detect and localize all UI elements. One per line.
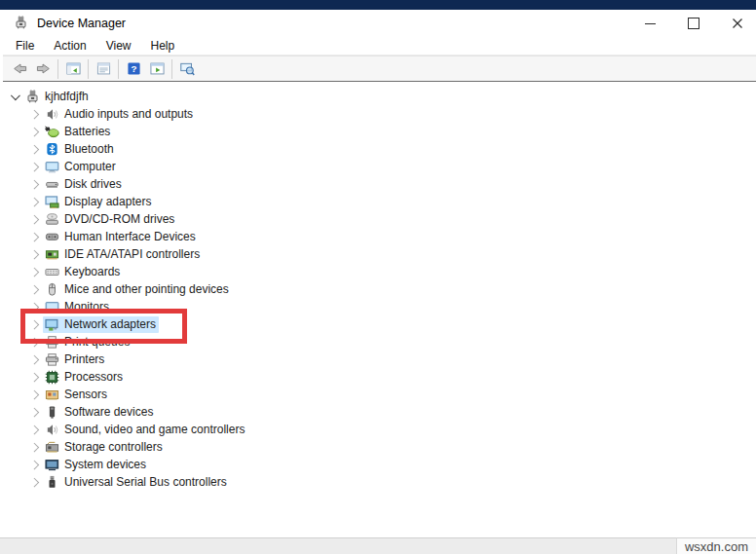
tree-item-label: Sensors <box>64 388 107 401</box>
tree-item-software-devices[interactable]: Software devices <box>3 403 756 421</box>
speaker-icon <box>45 107 59 122</box>
chevron-right-icon[interactable] <box>27 334 43 350</box>
chevron-right-icon[interactable] <box>27 159 43 174</box>
tree-item-sound-controllers[interactable]: Sound, video and game controllers <box>3 421 756 438</box>
help-icon: ? <box>127 61 141 76</box>
tree-item-keyboards[interactable]: Keyboards <box>3 263 756 280</box>
chevron-right-icon[interactable] <box>27 264 43 279</box>
tree-item-label: Audio inputs and outputs <box>64 107 193 121</box>
tree-item-display-adapters[interactable]: Display adapters <box>3 193 756 210</box>
tree-root-item[interactable]: kjhdfdjfh <box>3 88 756 105</box>
tree-item-print-queues[interactable]: Print queues <box>3 333 756 351</box>
chevron-right-icon[interactable] <box>27 281 43 297</box>
show-action-pane-button[interactable] <box>145 58 169 80</box>
back-icon <box>13 61 27 76</box>
chevron-right-icon[interactable] <box>27 124 43 139</box>
chevron-right-icon[interactable] <box>27 404 43 420</box>
svg-text:?: ? <box>131 63 136 74</box>
window-title: Device Manager <box>37 17 126 30</box>
tree-item-ide-controllers[interactable]: IDE ATA/ATAPI controllers <box>3 245 756 263</box>
scan-hardware-changes-button[interactable] <box>175 58 199 80</box>
chevron-right-icon[interactable] <box>27 211 43 227</box>
menu-view[interactable]: View <box>96 37 141 55</box>
tree-item-label: Storage controllers <box>64 440 163 454</box>
keyboard-icon <box>45 265 59 279</box>
chevron-right-icon[interactable] <box>27 369 43 385</box>
tree-item-label: System devices <box>64 458 146 471</box>
tree-item-mice[interactable]: Mice and other pointing devices <box>3 280 756 298</box>
forward-button[interactable] <box>31 58 55 80</box>
tree-item-hid[interactable]: Human Interface Devices <box>3 228 756 245</box>
tree-item-label: IDE ATA/ATAPI controllers <box>64 247 200 261</box>
tree-item-network-adapters[interactable]: Network adapters <box>3 315 756 333</box>
tree-item-sensors[interactable]: Sensors <box>3 386 756 403</box>
tree-item-label: Disk drives <box>64 177 122 191</box>
chevron-right-icon[interactable] <box>27 439 43 455</box>
bluetooth-icon <box>45 142 59 157</box>
menu-help[interactable]: Help <box>141 37 185 55</box>
minimize-button[interactable] <box>635 10 664 37</box>
device-tree: kjhdfdjfh Audio inputs and outputs Batte… <box>3 82 756 537</box>
tree-item-computer[interactable]: Computer <box>3 158 756 175</box>
tree-item-system-devices[interactable]: System devices <box>3 456 756 473</box>
monitor-icon <box>45 300 59 314</box>
chevron-right-icon[interactable] <box>27 316 43 332</box>
forward-icon <box>36 61 51 76</box>
ide-icon <box>45 247 59 262</box>
menu-file[interactable]: File <box>6 37 44 55</box>
tree-item-label: Display adapters <box>64 195 151 208</box>
chevron-right-icon[interactable] <box>27 474 43 490</box>
window-top-border <box>0 0 756 10</box>
tree-item-label: Print queues <box>64 335 130 349</box>
properties-button[interactable] <box>92 58 115 80</box>
chevron-right-icon[interactable] <box>27 351 43 367</box>
chevron-right-icon[interactable] <box>27 194 43 209</box>
battery-icon <box>45 125 59 139</box>
chevron-down-icon[interactable] <box>8 89 23 104</box>
tree-item-disk-drives[interactable]: Disk drives <box>3 175 756 193</box>
toolbar-separator <box>88 59 89 79</box>
back-button[interactable] <box>8 58 31 80</box>
mouse-icon <box>45 282 59 297</box>
tree-item-label: Bluetooth <box>64 142 114 156</box>
tree-item-label: Network adapters <box>64 317 156 331</box>
maximize-button[interactable] <box>679 10 708 37</box>
tree-item-dvd-drives[interactable]: DVD/CD-ROM drives <box>3 210 756 228</box>
chevron-right-icon[interactable] <box>27 422 43 437</box>
tree-item-processors[interactable]: Processors <box>3 368 756 386</box>
tree-item-usb-controllers[interactable]: Universal Serial Bus controllers <box>3 473 756 491</box>
show-console-tree-button[interactable] <box>61 58 85 80</box>
chevron-right-icon[interactable] <box>27 387 43 402</box>
usb-icon <box>45 475 59 490</box>
chevron-right-icon[interactable] <box>27 299 43 314</box>
chevron-right-icon[interactable] <box>27 246 43 262</box>
menu-action[interactable]: Action <box>44 37 95 55</box>
tree-item-batteries[interactable]: Batteries <box>3 123 756 140</box>
tree-item-label: Sound, video and game controllers <box>64 423 245 436</box>
tree-item-label: Keyboards <box>64 265 120 278</box>
tree-item-storage-controllers[interactable]: Storage controllers <box>3 438 756 456</box>
chevron-right-icon[interactable] <box>27 141 43 157</box>
software-icon <box>45 405 59 420</box>
device-manager-app-icon <box>14 16 28 31</box>
display-adapter-icon <box>45 195 59 209</box>
tree-item-label: Computer <box>64 160 116 173</box>
hid-icon <box>45 230 59 244</box>
tree-item-printers[interactable]: Printers <box>3 351 756 368</box>
toolbar-separator <box>171 59 172 79</box>
tree-item-audio[interactable]: Audio inputs and outputs <box>3 105 756 123</box>
chevron-right-icon[interactable] <box>27 106 43 122</box>
action-pane-icon <box>150 61 165 76</box>
scan-hardware-icon <box>180 61 195 76</box>
tree-item-label: Batteries <box>64 125 110 138</box>
tree-item-bluetooth[interactable]: Bluetooth <box>3 140 756 158</box>
chevron-right-icon[interactable] <box>27 176 43 192</box>
watermark-text: wsxdn.com <box>685 539 748 554</box>
toolbar: ? <box>3 55 756 82</box>
close-button[interactable] <box>723 10 752 37</box>
chevron-right-icon[interactable] <box>27 457 43 472</box>
watermark-box: wsxdn.com <box>676 537 756 554</box>
help-button[interactable]: ? <box>122 58 145 80</box>
tree-item-monitors[interactable]: Monitors <box>3 298 756 315</box>
chevron-right-icon[interactable] <box>27 229 43 244</box>
